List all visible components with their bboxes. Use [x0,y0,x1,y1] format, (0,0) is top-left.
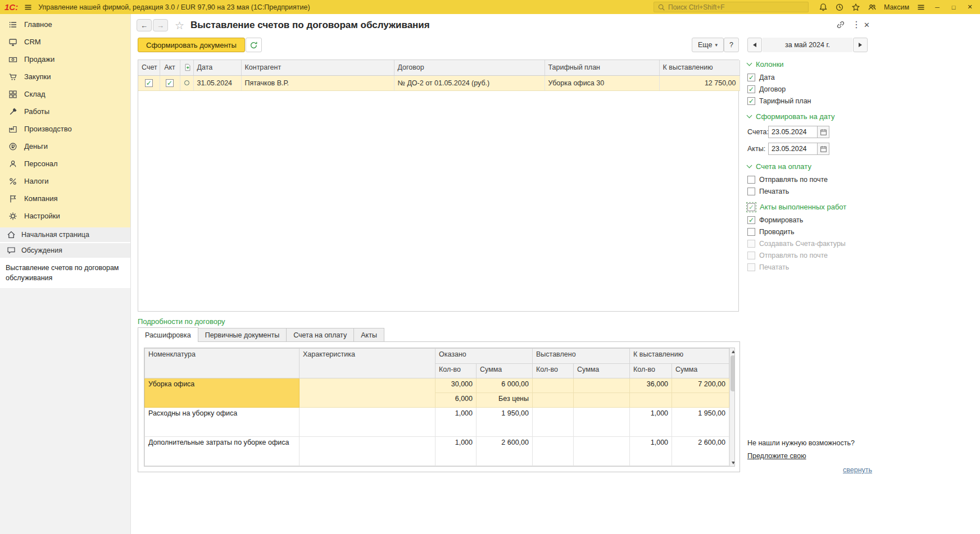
checkbox-row-contract[interactable]: Договор [747,85,870,93]
back-button[interactable]: ← [137,19,152,31]
invoices-date-input[interactable] [768,126,818,138]
sidebar-item-production[interactable]: Производство [0,120,130,138]
group-columns[interactable]: Колонки [747,60,870,69]
col-counterparty[interactable]: Контрагент [241,60,394,75]
col-tariff[interactable]: Тарифный план [545,60,659,75]
checkbox-row-tariff[interactable]: Тарифный план [747,97,870,105]
refresh-button[interactable] [246,38,262,52]
favorites-star-icon[interactable] [851,3,860,12]
sidebar-item-crm[interactable]: CRM [0,33,130,51]
open-window-item[interactable]: Выставление счетов по договорам обслужив… [0,259,130,288]
group-acts[interactable]: Акты выполненных работ [747,203,870,211]
checkbox[interactable] [747,216,755,224]
details-row[interactable]: Расходны на уборку офиса 1,000 1 950,00 … [145,408,729,437]
subcol-sum[interactable]: Сумма [574,364,630,378]
checkbox[interactable] [747,176,755,184]
subcol-sum[interactable]: Сумма [672,364,729,378]
checkbox[interactable] [747,97,755,105]
checkbox-row-date[interactable]: Дата [747,74,870,81]
scrollbar-thumb[interactable] [731,355,735,391]
new-document-icon[interactable] [180,60,193,75]
checkbox-row-print[interactable]: Печатать [747,188,870,195]
invoice-row[interactable]: 31.05.2024 Пятачков В.Р. № ДО-2 от 01.05… [138,75,739,90]
main-menu-icon[interactable] [24,3,33,12]
tab-invoices[interactable]: Счета на оплату [287,328,354,342]
checkbox[interactable] [747,85,755,93]
checkbox-row-generate[interactable]: Формировать [747,216,870,224]
sidebar-item-sales[interactable]: Продажи [0,51,130,68]
collapse-link[interactable]: свернуть [843,466,872,474]
next-period-button[interactable] [853,38,868,52]
period-label[interactable]: за май 2024 г. [763,38,852,52]
sidebar-item-money[interactable]: Деньги [0,138,130,155]
col-invoice[interactable]: Счет [138,60,160,75]
subcol-qty[interactable]: Кол-во [630,364,672,378]
col-billed[interactable]: Выставлено [533,349,630,364]
group-invoices[interactable]: Счета на оплату [747,162,870,171]
group-generate-date[interactable]: Сформировать на дату [747,112,870,121]
global-search[interactable] [654,2,809,12]
sidebar-item-discussions[interactable]: Обсуждения [0,243,130,259]
service-menu-icon[interactable] [917,3,925,12]
more-button[interactable]: Еще ▾ [692,38,724,52]
history-icon[interactable] [835,3,844,12]
details-row[interactable]: Уборка офиса 30,000 6 000,00 36,000 7 20… [145,378,729,393]
tab-acts[interactable]: Акты [354,328,384,342]
col-act[interactable]: Акт [160,60,180,75]
subcol-qty[interactable]: Кол-во [533,364,574,378]
checkbox-label: Создавать Счета-фактуры [759,240,846,248]
checkbox[interactable] [747,228,755,236]
vertical-scrollbar[interactable] [729,348,735,466]
col-nomenclature[interactable]: Номенклатура [145,349,300,378]
sidebar-item-taxes[interactable]: Налоги [0,172,130,190]
col-provided[interactable]: Оказано [435,349,533,364]
maximize-window-button[interactable]: □ [949,4,958,11]
col-contract[interactable]: Договор [394,60,545,75]
forward-button[interactable]: → [153,19,168,31]
sidebar-item-works[interactable]: Работы [0,103,130,120]
previous-period-button[interactable] [747,38,762,52]
tab-decryption[interactable]: Расшифровка [138,327,198,342]
col-characteristic[interactable]: Характеристика [300,349,435,378]
favorite-star-icon[interactable]: ☆ [175,19,184,32]
subcol-sum[interactable]: Сумма [477,364,533,378]
notifications-bell-icon[interactable] [819,3,828,12]
close-form-icon[interactable]: ✕ [864,21,870,29]
sidebar-item-main[interactable]: Главное [0,16,130,33]
scroll-up-icon[interactable] [730,348,735,355]
col-to-bill[interactable]: К выставлению [630,349,729,364]
checkbox[interactable] [747,74,755,81]
acts-date-input[interactable] [768,143,818,155]
invoice-checkbox[interactable] [145,79,153,87]
users-icon[interactable] [868,3,877,12]
sidebar-item-start-page[interactable]: Начальная страница [0,227,130,243]
get-link-icon[interactable] [836,20,845,29]
generate-documents-button[interactable]: Сформировать документы [138,38,245,52]
checkbox-row-post[interactable]: Проводить [747,228,870,236]
checkbox-row-send-mail[interactable]: Отправлять по почте [747,176,870,184]
checkbox[interactable] [747,188,755,195]
subcol-qty[interactable]: Кол-во [435,364,477,378]
close-window-button[interactable]: ✕ [965,3,974,11]
calendar-icon[interactable] [818,143,829,155]
suggest-feature-link[interactable]: Предложите свою [747,452,806,460]
col-date[interactable]: Дата [193,60,241,75]
search-input[interactable] [668,3,805,11]
act-checkbox[interactable] [166,79,174,87]
scroll-down-icon[interactable] [730,459,735,466]
help-button[interactable]: ? [724,38,739,52]
details-row[interactable]: Дополнительные затраты по уборке офиса 1… [145,437,729,466]
sidebar-item-settings[interactable]: Настройки [0,207,130,225]
sidebar-item-company[interactable]: Компания [0,190,130,207]
user-menu[interactable]: Максим [884,3,909,11]
sidebar-item-warehouse[interactable]: Склад [0,85,130,103]
calendar-icon[interactable] [818,126,829,138]
sidebar-item-purchases[interactable]: Закупки [0,68,130,85]
more-actions-icon[interactable]: ⋮ [852,20,861,29]
tab-primary-documents[interactable]: Первичные документы [198,328,287,342]
col-to-bill[interactable]: К выставлению [659,60,739,75]
sidebar-item-staff[interactable]: Персонал [0,155,130,172]
acts-group-checkbox[interactable] [747,203,755,211]
minimize-window-button[interactable]: ─ [933,4,942,11]
cell-to-bill-qty: 1,000 [630,437,672,466]
